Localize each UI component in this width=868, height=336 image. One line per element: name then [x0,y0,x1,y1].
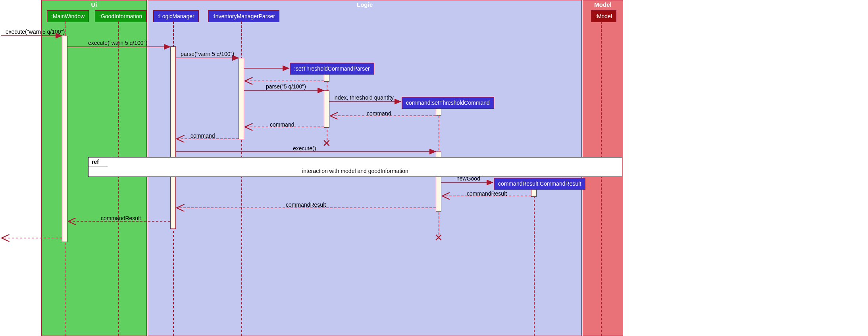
arrows-layer [0,0,868,336]
